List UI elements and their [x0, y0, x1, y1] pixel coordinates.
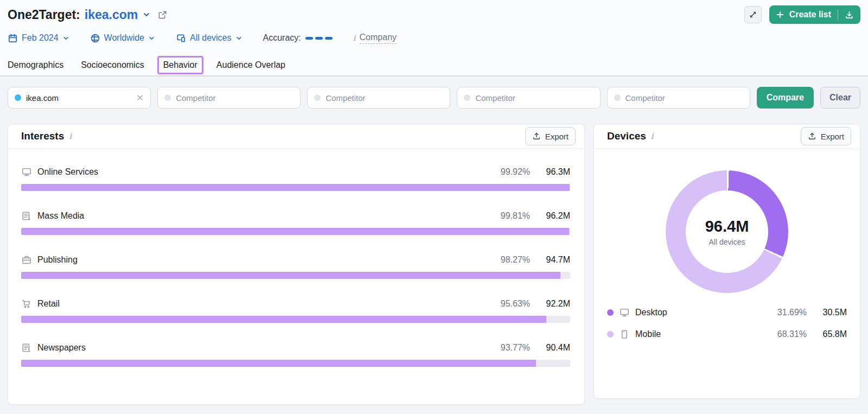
one2target-page: One2Target: ikea.com	[0, 0, 868, 414]
interests-export-button[interactable]: Export	[525, 127, 576, 145]
interest-label: Retail	[37, 299, 60, 309]
chevron-down-icon[interactable]	[142, 10, 151, 19]
interest-bar	[21, 228, 569, 235]
cart-icon	[21, 298, 32, 309]
interest-row: Retail 95.63% 92.2M	[21, 298, 570, 323]
monitor-icon	[21, 167, 32, 177]
competitor-placeholder: Competitor	[626, 93, 665, 103]
page-title-prefix: One2Target:	[8, 8, 80, 22]
devices-panel: Devices i Export 96.4M All devices	[593, 124, 860, 399]
interest-row: Online Services 99.92% 96.3M	[21, 166, 570, 191]
legend-reach: 65.8M	[819, 329, 847, 339]
domain-dot-icon	[614, 94, 621, 101]
interest-bar-track	[21, 360, 570, 367]
create-list-label: Create list	[789, 10, 831, 20]
create-list-button[interactable]: Create list	[769, 5, 860, 24]
competitor-placeholder: Competitor	[475, 93, 515, 103]
tab-socioeconomics[interactable]: Socioeconomics	[81, 60, 144, 70]
company-label: Company	[360, 33, 397, 44]
competitor-placeholder: Competitor	[176, 93, 215, 103]
interests-panel: Interests i Export Online Services 99.92…	[8, 124, 585, 405]
interest-percent: 95.63%	[501, 299, 530, 309]
tab-demographics[interactable]: Demographics	[8, 60, 63, 70]
competitor-input-1[interactable]: Competitor	[157, 87, 301, 109]
accuracy-level-icon	[305, 37, 333, 40]
accuracy-indicator: Accuracy:	[263, 33, 333, 43]
interest-reach: 94.7M	[542, 255, 570, 265]
export-icon	[532, 132, 541, 141]
location-filter-label: Worldwide	[104, 33, 144, 43]
interest-reach: 96.2M	[542, 211, 570, 221]
chevron-down-icon	[235, 35, 242, 42]
legend-label: Desktop	[635, 308, 667, 317]
mobile-color-dot	[607, 331, 614, 337]
competitor-input-3[interactable]: Competitor	[457, 87, 600, 109]
domain-dot-icon	[15, 94, 21, 101]
chevron-down-icon	[148, 35, 155, 42]
close-icon[interactable]	[136, 94, 144, 101]
devices-legend: Desktop 31.69% 30.5M Mobile 68.31% 65.8M	[607, 304, 847, 343]
devices-filter-label: All devices	[190, 33, 231, 43]
topbar: One2Target: ikea.com	[0, 0, 868, 77]
interest-bar-track	[21, 184, 570, 191]
devices-total-value: 96.4M	[705, 218, 749, 235]
interest-row: Newspapers 93.77% 90.4M	[21, 342, 570, 367]
monitor-icon	[619, 307, 630, 318]
legend-percent: 31.69%	[777, 308, 807, 317]
competitor-input-2[interactable]: Competitor	[307, 87, 450, 109]
download-icon[interactable]	[845, 10, 854, 20]
chevron-down-icon	[62, 35, 69, 42]
tab-behavior[interactable]: Behavior	[157, 56, 203, 74]
main-domain-value: ikea.com	[26, 93, 59, 103]
interest-label: Mass Media	[37, 211, 84, 221]
interest-reach: 90.4M	[542, 343, 570, 353]
interest-bar-track	[21, 228, 570, 235]
interest-row: Publishing 98.27% 94.7M	[21, 254, 570, 279]
interest-bar	[21, 316, 546, 323]
phone-icon	[619, 329, 630, 340]
interests-export-label: Export	[545, 132, 569, 141]
newspaper-icon	[21, 211, 32, 221]
devices-export-button[interactable]: Export	[801, 127, 851, 145]
devices-title: Devices	[607, 130, 646, 142]
location-filter[interactable]: Worldwide	[90, 33, 155, 43]
tab-bar: Demographics Socioeconomics Behavior Aud…	[8, 54, 860, 75]
interest-reach: 96.3M	[542, 167, 570, 177]
legend-row-desktop[interactable]: Desktop 31.69% 30.5M	[607, 304, 847, 321]
calendar-icon	[8, 33, 18, 43]
devices-panel-header: Devices i Export	[594, 124, 860, 149]
external-link-icon[interactable]	[157, 10, 168, 20]
info-icon[interactable]: i	[651, 132, 654, 141]
tab-audience-overlap[interactable]: Audience Overlap	[216, 60, 285, 70]
expand-button[interactable]	[744, 6, 762, 23]
page-title-domain[interactable]: ikea.com	[85, 8, 138, 22]
interest-label: Online Services	[37, 167, 98, 177]
info-icon[interactable]: i	[69, 132, 72, 141]
competitor-row: ikea.com Competitor Competitor Competito…	[8, 87, 860, 109]
filter-row: Feb 2024 Worldwide All devices	[8, 30, 397, 46]
globe-icon	[90, 33, 100, 43]
legend-row-mobile[interactable]: Mobile 68.31% 65.8M	[607, 326, 847, 343]
company-link[interactable]: i Company	[353, 33, 397, 44]
interest-bar	[21, 184, 570, 191]
interests-panel-header: Interests i Export	[8, 124, 584, 149]
interest-bar-track	[21, 272, 570, 279]
legend-reach: 30.5M	[819, 308, 847, 317]
date-filter[interactable]: Feb 2024	[8, 33, 69, 43]
clear-button[interactable]: Clear	[820, 87, 860, 109]
interest-reach: 92.2M	[542, 299, 570, 309]
interests-title: Interests	[21, 130, 64, 142]
competitor-input-4[interactable]: Competitor	[607, 87, 750, 109]
interest-label: Newspapers	[37, 343, 86, 353]
main-domain-input[interactable]: ikea.com	[8, 87, 151, 109]
compare-button[interactable]: Compare	[757, 87, 814, 109]
newspaper-icon	[21, 342, 32, 353]
button-divider	[838, 9, 838, 20]
legend-percent: 68.31%	[777, 329, 807, 339]
devices-donut-center: 96.4M All devices	[686, 190, 768, 273]
plus-icon	[776, 10, 784, 19]
briefcase-icon	[21, 254, 32, 265]
expand-icon	[749, 10, 757, 19]
devices-filter[interactable]: All devices	[176, 33, 242, 43]
competitor-placeholder: Competitor	[326, 93, 365, 103]
